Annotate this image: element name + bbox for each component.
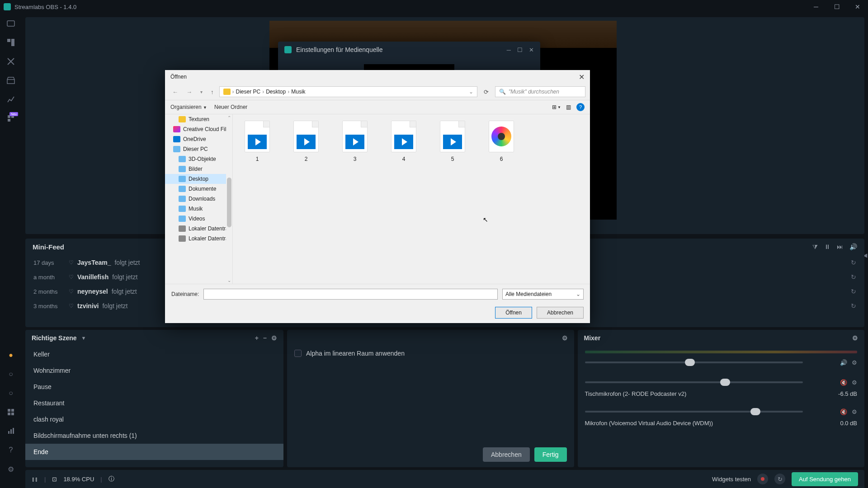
mute-icon[interactable]: 🔇 [840,379,847,386]
filename-input[interactable] [203,289,498,300]
record-button[interactable] [757,474,768,484]
maximize-button[interactable]: ☐ [826,0,847,14]
file-item[interactable]: 2 [288,121,324,162]
chevron-down-icon[interactable]: ▼ [81,335,86,341]
tree-item[interactable]: Lokaler Datentra [165,234,232,244]
editor-icon[interactable] [6,19,15,28]
breadcrumb-0[interactable]: Dieser PC [236,89,261,95]
track-settings-icon[interactable]: ⚙ [852,359,857,366]
minimize-button[interactable]: ─ [806,0,826,14]
volume-slider[interactable] [585,411,803,413]
layout-icon[interactable] [6,38,15,47]
file-item[interactable]: 4 [386,121,422,162]
open-button[interactable]: Öffnen [495,307,532,319]
skip-icon[interactable]: ⏭ [837,243,843,251]
store-icon[interactable] [6,76,15,85]
widgets-test-button[interactable]: Widgets testen [712,476,751,483]
volume-slider[interactable] [585,381,803,383]
analytics-icon[interactable] [6,95,15,104]
apps-icon[interactable]: Neu [6,114,15,123]
nav-back-icon[interactable]: ← [170,87,181,97]
track-settings-icon[interactable]: ⚙ [852,379,857,386]
scene-item[interactable]: Wohnzimmer [25,362,283,379]
tree-item[interactable]: Dieser PC [165,144,232,154]
source-settings-gear-icon[interactable]: ⚙ [562,334,568,342]
settings-minimize-button[interactable]: ─ [507,47,511,53]
close-button[interactable]: ✕ [847,0,868,14]
tree-item[interactable]: OneDrive [165,134,232,144]
nav-recent-icon[interactable]: ▾ [198,88,205,96]
cancel-button[interactable]: Abbrechen [483,447,530,462]
scene-item[interactable]: Bildschirmaufnahme unten rechts (1) [25,427,283,444]
pause-icon[interactable]: ⏸ [824,243,830,251]
file-item[interactable]: 1 [239,121,275,162]
replay-alert-icon[interactable]: ↻ [851,302,856,310]
volume-slider[interactable] [585,361,803,363]
tree-item[interactable]: Creative Cloud Fil [165,124,232,134]
settings-maximize-button[interactable]: ☐ [517,47,523,53]
mute-icon[interactable]: 🔇 [840,408,847,415]
cancel-file-button[interactable]: Abbrechen [537,307,584,319]
scene-item[interactable]: Pause [25,379,283,395]
scene-item[interactable]: Keller [25,346,283,362]
file-dialog-close-button[interactable]: ✕ [579,73,585,81]
tree-item[interactable]: Lokaler Datentra [165,224,232,234]
tree-item[interactable]: Musik [165,204,232,214]
status-dot-2-icon[interactable]: ○ [6,370,15,379]
tree-item[interactable]: 3D-Objekte [165,154,232,164]
tree-item[interactable]: Texturen [165,114,232,124]
tree-scrollbar[interactable]: ⌃ ⌄ [226,114,232,284]
speaker-icon[interactable]: 🔊 [840,359,847,366]
nav-forward-icon[interactable]: → [184,87,195,97]
settings-close-button[interactable]: ✕ [529,47,534,53]
tree-item[interactable]: Desktop [165,174,232,184]
replay-button[interactable]: ↻ [774,474,785,484]
filetype-select[interactable]: Alle Mediendateien ⌄ [502,289,584,300]
replay-alert-icon[interactable]: ↻ [851,273,856,281]
file-item[interactable]: 3 [337,121,373,162]
alpha-checkbox[interactable] [294,350,302,357]
search-input[interactable]: 🔍 "Musik" durchsuchen [495,86,585,97]
tree-item[interactable]: Downloads [165,194,232,204]
help-icon[interactable]: ? [6,446,15,455]
breadcrumb-2[interactable]: Musik [291,89,305,95]
mixer-settings-icon[interactable]: ⚙ [852,334,858,342]
replay-alert-icon[interactable]: ↻ [851,259,856,266]
tree-item[interactable]: Bilder [165,164,232,174]
organize-button[interactable]: Organisieren ▼ [170,104,207,110]
settings-icon[interactable]: ⚙ [6,465,15,474]
refresh-icon[interactable]: ⟳ [480,87,492,97]
add-scene-icon[interactable]: + [255,334,259,342]
tree-item[interactable]: Dokumente [165,184,232,194]
crossed-tools-icon[interactable] [6,57,15,66]
scene-item[interactable]: Restaurant [25,395,283,411]
file-item[interactable]: 6 [483,121,519,162]
file-list[interactable]: 1 2 3 4 5 6 ↖ [233,114,590,284]
track-settings-icon[interactable]: ⚙ [852,408,857,415]
file-item[interactable]: 5 [434,121,471,162]
tree-item[interactable]: Videos [165,214,232,224]
view-mode-icon[interactable]: ⊞ ▼ [553,103,560,111]
stats-icon[interactable]: ⫿⫿ [32,476,38,483]
status-dot-3-icon[interactable]: ○ [6,389,15,398]
breadcrumb-dropdown-icon[interactable]: ⌄ [469,89,473,95]
scene-item[interactable]: clash royal [25,411,283,427]
volume-icon[interactable]: 🔊 [849,243,857,251]
done-button[interactable]: Fertig [534,447,567,462]
scene-settings-icon[interactable]: ⚙ [271,334,277,342]
go-live-button[interactable]: Auf Sendung gehen [792,472,858,486]
scene-item[interactable]: Ende [25,444,283,460]
filter-icon[interactable]: ⧩ [812,243,818,251]
remove-scene-icon[interactable]: − [263,334,267,342]
nav-up-icon[interactable]: ↑ [208,87,217,97]
breadcrumb[interactable]: › Dieser PC › Desktop › Musik ⌄ [219,86,478,97]
new-folder-button[interactable]: Neuer Ordner [214,104,247,110]
breadcrumb-1[interactable]: Desktop [266,89,286,95]
replay-alert-icon[interactable]: ↻ [851,288,856,295]
bars-icon[interactable] [6,427,15,436]
help-dialog-icon[interactable]: ? [576,103,585,111]
info-icon[interactable]: ⓘ [108,475,114,483]
preview-pane-icon[interactable]: ▥ [565,103,572,111]
status-dot-1-icon[interactable]: ● [6,351,15,360]
grid-icon[interactable] [6,408,15,417]
